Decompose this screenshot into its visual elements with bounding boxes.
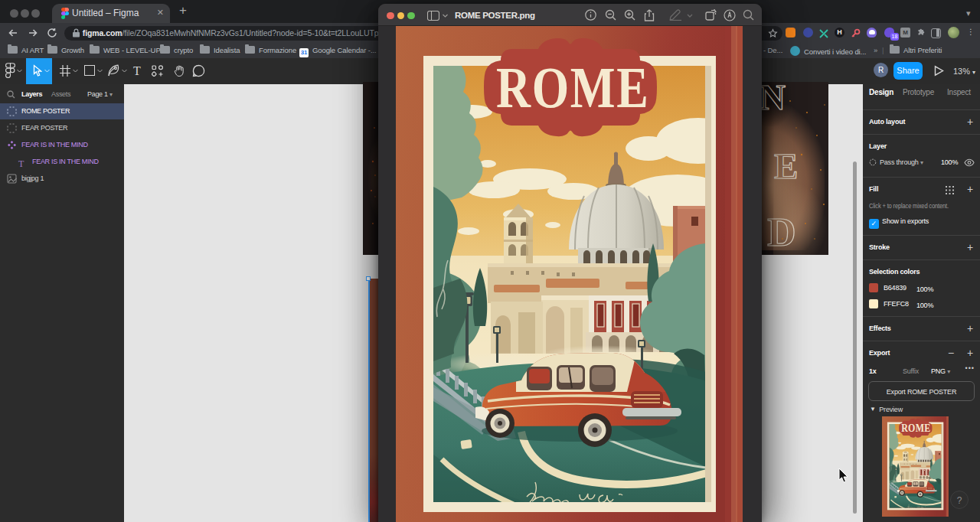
svg-text:ROME: ROME [496,55,649,119]
svg-text:E: E [774,146,798,186]
